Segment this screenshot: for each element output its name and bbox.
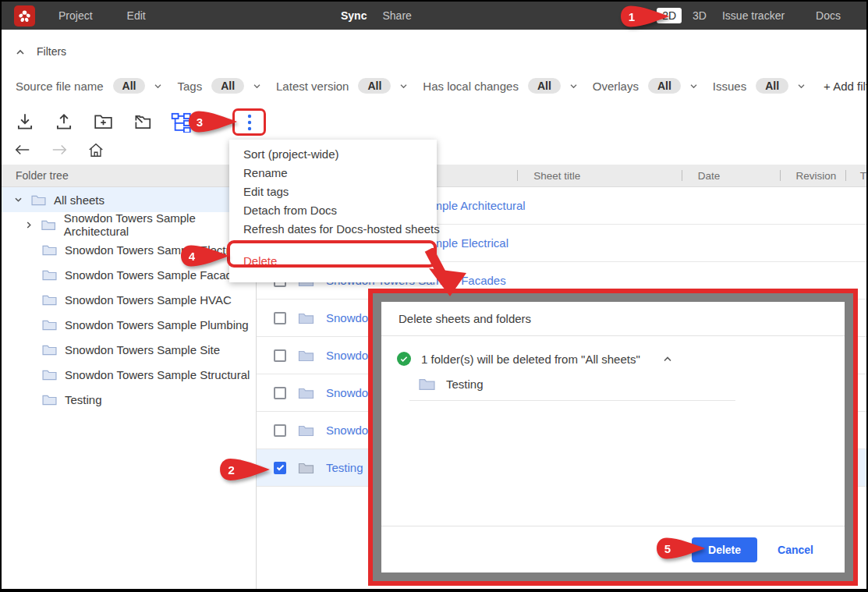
column-revision[interactable]: Revision — [781, 165, 845, 186]
callout-2: 2 — [218, 457, 271, 485]
menu-item-refresh-dates[interactable]: Refresh dates for Docs-hosted sheets — [229, 220, 437, 239]
folder-icon — [42, 344, 57, 356]
upload-icon[interactable] — [53, 111, 75, 133]
forward-icon[interactable] — [51, 144, 68, 159]
chevron-down-icon[interactable] — [253, 83, 261, 89]
callout-4: 4 — [179, 244, 231, 271]
row-checkbox[interactable] — [274, 349, 286, 362]
filters-title: Filters — [37, 45, 66, 58]
tree-item[interactable]: Snowdon Towers Sample HVAC — [2, 287, 256, 312]
tree-item-label: Testing — [65, 393, 102, 406]
tree-item[interactable]: Snowdon Towers Sample Site — [2, 337, 256, 362]
filter-value-pill[interactable]: All — [756, 78, 788, 94]
tree-item[interactable]: Testing — [2, 387, 256, 412]
share-button[interactable]: Share — [382, 9, 411, 22]
filter-value-pill[interactable]: All — [528, 78, 561, 94]
menu-edit[interactable]: Edit — [127, 9, 146, 22]
callout-number: 4 — [189, 250, 196, 263]
row-checkbox[interactable] — [274, 424, 286, 437]
callout-5: 5 — [655, 537, 707, 563]
folder-icon — [298, 349, 314, 362]
dialog-cancel-button[interactable]: Cancel — [778, 544, 813, 556]
kebab-menu-icon — [247, 114, 252, 131]
chevron-down-icon[interactable] — [399, 83, 408, 89]
folder-tree: All sheets Snowdon Towers Sample Archite… — [2, 187, 256, 412]
filter-source-file-name: Source file name All — [16, 78, 162, 94]
issue-tracker-button[interactable]: Issue tracker — [722, 9, 785, 22]
menu-item-detach[interactable]: Detach from Docs — [229, 201, 437, 220]
folder-icon — [31, 194, 46, 206]
tree-item[interactable]: Snowdon Towers Sample Plumbing — [2, 312, 256, 337]
topbar-right-group: 2D 3D Issue tracker Docs — [657, 8, 841, 23]
filter-issues: Issues All — [713, 78, 806, 94]
row-folder-link[interactable]: Testing — [326, 461, 363, 474]
dialog-folder-row: Testing — [381, 374, 845, 394]
column-tags-partial[interactable]: T — [846, 165, 866, 186]
tree-item-label: All sheets — [54, 193, 105, 207]
folder-tree-header: Folder tree — [2, 165, 257, 187]
add-filter-button[interactable]: + Add filter — [824, 80, 868, 93]
autodesk-logo-icon[interactable] — [14, 5, 35, 27]
menu-item-rename[interactable]: Rename — [229, 164, 437, 183]
top-bar: Project Edit Sync Share 2D 3D Issue trac… — [2, 2, 866, 30]
back-icon[interactable] — [14, 144, 31, 159]
column-sheet-title[interactable]: Sheet title — [518, 165, 682, 186]
filter-label: Tags — [177, 80, 202, 93]
topbar-center-group: Sync Share — [341, 9, 412, 22]
filters-collapse[interactable]: Filters — [16, 45, 66, 58]
filter-value-pill[interactable]: All — [211, 78, 244, 94]
docs-button[interactable]: Docs — [816, 9, 841, 22]
chevron-up-icon — [16, 45, 25, 58]
download-icon[interactable] — [14, 111, 36, 133]
dialog-message-row: 1 folder(s) will be deleted from "All sh… — [381, 349, 845, 369]
menu-item-sort[interactable]: Sort (project-wide) — [229, 145, 437, 164]
menu-item-edit-tags[interactable]: Edit tags — [229, 183, 437, 201]
chevron-down-icon[interactable] — [154, 83, 162, 89]
delete-highlight-box — [227, 240, 437, 268]
folder-icon — [42, 319, 57, 331]
dialog-folder-name: Testing — [446, 378, 484, 391]
filter-value-pill[interactable]: All — [358, 78, 391, 94]
dialog-divider — [409, 400, 735, 401]
tree-item-all-sheets[interactable]: All sheets — [2, 187, 256, 212]
chevron-down-icon[interactable] — [569, 83, 578, 89]
filter-label: Source file name — [16, 80, 104, 93]
new-folder-icon[interactable] — [92, 111, 114, 133]
filter-latest-version: Latest version All — [276, 78, 408, 94]
home-icon[interactable] — [87, 142, 105, 161]
column-date[interactable]: Date — [682, 165, 780, 186]
chevron-down-icon[interactable] — [689, 83, 698, 89]
chevron-right-icon[interactable] — [23, 221, 34, 229]
tree-item-label: Snowdon Towers Sample HVAC — [65, 293, 232, 307]
folder-icon — [419, 378, 435, 391]
folder-icon — [42, 294, 57, 306]
filter-overlays: Overlays All — [593, 78, 698, 94]
filter-label: Has local changes — [423, 80, 519, 93]
sheets-toolbar — [14, 111, 192, 133]
annotation-arrow — [423, 248, 477, 303]
menu-project[interactable]: Project — [58, 9, 93, 22]
tree-item[interactable]: Snowdon Towers Sample Structural — [2, 362, 256, 387]
tree-item[interactable]: Snowdon Towers Sample Architectural — [2, 212, 256, 237]
filter-value-pill[interactable]: All — [648, 78, 681, 94]
row-checkbox[interactable] — [274, 387, 286, 399]
row-checkbox-checked[interactable] — [274, 462, 286, 474]
tree-item-label: Snowdon Towers Sample Site — [65, 343, 220, 356]
callout-number: 3 — [197, 115, 203, 129]
chevron-up-icon[interactable] — [663, 356, 672, 362]
view-3d-toggle[interactable]: 3D — [693, 9, 707, 22]
filter-value-pill[interactable]: All — [113, 78, 146, 94]
dialog-message: 1 folder(s) will be deleted from "All sh… — [421, 353, 640, 366]
folder-icon — [298, 312, 314, 324]
dialog-body: 1 folder(s) will be deleted from "All sh… — [381, 336, 845, 526]
callout-number: 2 — [228, 463, 235, 477]
success-check-icon — [397, 352, 411, 366]
tree-item-label: Snowdon Towers Sample Structural — [65, 368, 250, 381]
row-checkbox[interactable] — [274, 312, 286, 324]
navigation-row — [14, 142, 105, 161]
chevron-down-icon[interactable] — [797, 83, 806, 89]
shortcut-folder-icon[interactable] — [131, 111, 153, 133]
sync-button[interactable]: Sync — [341, 9, 367, 22]
chevron-down-icon[interactable] — [12, 197, 23, 203]
delete-dialog: Delete sheets and folders 1 folder(s) wi… — [381, 302, 845, 573]
